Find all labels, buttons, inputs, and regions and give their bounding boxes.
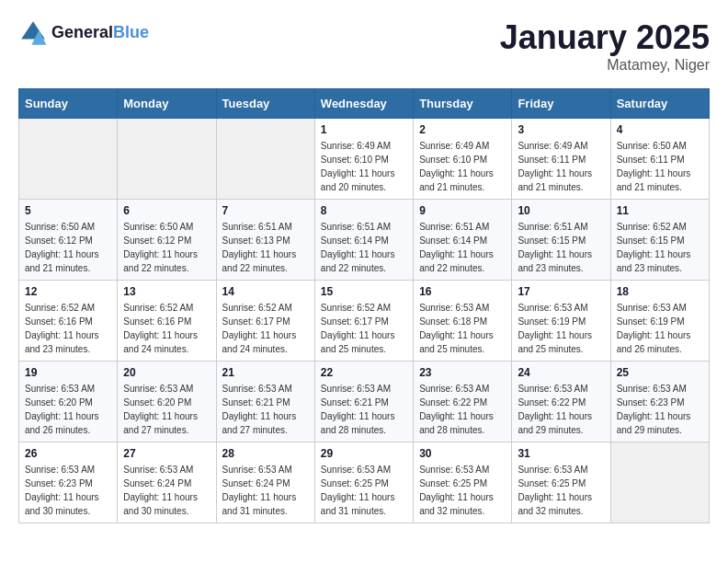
calendar-cell: 2Sunrise: 6:49 AM Sunset: 6:10 PM Daylig… [414, 119, 512, 200]
calendar-cell: 30Sunrise: 6:53 AM Sunset: 6:25 PM Dayli… [414, 442, 512, 523]
calendar-cell: 7Sunrise: 6:51 AM Sunset: 6:13 PM Daylig… [216, 200, 314, 281]
location: Matamey, Niger [500, 57, 710, 74]
logo: GeneralBlue [18, 18, 149, 48]
day-number: 18 [617, 285, 703, 298]
weekday-header: Wednesday [314, 89, 413, 119]
day-info: Sunrise: 6:51 AM Sunset: 6:14 PM Dayligh… [321, 220, 407, 275]
day-info: Sunrise: 6:53 AM Sunset: 6:25 PM Dayligh… [419, 463, 506, 518]
page-header: GeneralBlue January 2025 Matamey, Niger [18, 18, 710, 74]
day-info: Sunrise: 6:52 AM Sunset: 6:17 PM Dayligh… [321, 301, 407, 356]
calendar-cell: 25Sunrise: 6:53 AM Sunset: 6:23 PM Dayli… [610, 362, 709, 442]
calendar-cell: 5Sunrise: 6:50 AM Sunset: 6:12 PM Daylig… [19, 200, 118, 281]
calendar-cell [19, 119, 118, 200]
calendar-cell: 13Sunrise: 6:52 AM Sunset: 6:16 PM Dayli… [118, 281, 216, 362]
calendar-cell: 31Sunrise: 6:53 AM Sunset: 6:25 PM Dayli… [512, 442, 610, 523]
calendar-cell: 8Sunrise: 6:51 AM Sunset: 6:14 PM Daylig… [314, 200, 413, 281]
day-number: 19 [25, 366, 111, 379]
calendar-cell: 22Sunrise: 6:53 AM Sunset: 6:21 PM Dayli… [314, 362, 413, 442]
calendar-week-row: 5Sunrise: 6:50 AM Sunset: 6:12 PM Daylig… [19, 200, 710, 281]
calendar-cell: 21Sunrise: 6:53 AM Sunset: 6:21 PM Dayli… [216, 362, 314, 442]
day-info: Sunrise: 6:53 AM Sunset: 6:20 PM Dayligh… [123, 382, 210, 437]
day-number: 12 [25, 285, 111, 298]
day-number: 4 [617, 123, 703, 136]
day-number: 31 [518, 447, 604, 460]
weekday-header-row: SundayMondayTuesdayWednesdayThursdayFrid… [19, 89, 710, 119]
calendar-cell [216, 119, 314, 200]
calendar-cell: 27Sunrise: 6:53 AM Sunset: 6:24 PM Dayli… [118, 442, 216, 523]
day-info: Sunrise: 6:50 AM Sunset: 6:11 PM Dayligh… [617, 139, 703, 194]
day-info: Sunrise: 6:53 AM Sunset: 6:23 PM Dayligh… [617, 382, 703, 437]
weekday-header: Tuesday [216, 89, 314, 119]
logo-text: GeneralBlue [51, 24, 149, 42]
day-number: 10 [518, 204, 604, 217]
day-info: Sunrise: 6:49 AM Sunset: 6:10 PM Dayligh… [321, 139, 407, 194]
day-info: Sunrise: 6:53 AM Sunset: 6:19 PM Dayligh… [518, 301, 604, 356]
day-number: 7 [222, 204, 309, 217]
calendar-cell: 10Sunrise: 6:51 AM Sunset: 6:15 PM Dayli… [512, 200, 610, 281]
day-info: Sunrise: 6:53 AM Sunset: 6:24 PM Dayligh… [222, 463, 309, 518]
weekday-header: Thursday [414, 89, 512, 119]
day-info: Sunrise: 6:53 AM Sunset: 6:22 PM Dayligh… [419, 382, 506, 437]
day-info: Sunrise: 6:52 AM Sunset: 6:15 PM Dayligh… [617, 220, 703, 275]
day-info: Sunrise: 6:51 AM Sunset: 6:14 PM Dayligh… [419, 220, 506, 275]
day-number: 24 [518, 366, 604, 379]
calendar-cell: 17Sunrise: 6:53 AM Sunset: 6:19 PM Dayli… [512, 281, 610, 362]
day-info: Sunrise: 6:53 AM Sunset: 6:21 PM Dayligh… [321, 382, 407, 437]
day-info: Sunrise: 6:53 AM Sunset: 6:21 PM Dayligh… [222, 382, 309, 437]
calendar-week-row: 26Sunrise: 6:53 AM Sunset: 6:23 PM Dayli… [19, 442, 710, 523]
day-number: 17 [518, 285, 604, 298]
day-info: Sunrise: 6:49 AM Sunset: 6:10 PM Dayligh… [419, 139, 506, 194]
calendar-table: SundayMondayTuesdayWednesdayThursdayFrid… [18, 88, 710, 523]
day-info: Sunrise: 6:53 AM Sunset: 6:22 PM Dayligh… [518, 382, 604, 437]
calendar-cell: 29Sunrise: 6:53 AM Sunset: 6:25 PM Dayli… [314, 442, 413, 523]
calendar-cell: 18Sunrise: 6:53 AM Sunset: 6:19 PM Dayli… [610, 281, 709, 362]
calendar-cell: 16Sunrise: 6:53 AM Sunset: 6:18 PM Dayli… [414, 281, 512, 362]
weekday-header: Friday [512, 89, 610, 119]
day-number: 29 [321, 447, 407, 460]
logo-icon [18, 18, 48, 48]
day-number: 5 [25, 204, 111, 217]
calendar-cell [610, 442, 709, 523]
calendar-cell: 1Sunrise: 6:49 AM Sunset: 6:10 PM Daylig… [314, 119, 413, 200]
day-info: Sunrise: 6:53 AM Sunset: 6:25 PM Dayligh… [518, 463, 604, 518]
day-number: 1 [321, 123, 407, 136]
calendar-cell: 14Sunrise: 6:52 AM Sunset: 6:17 PM Dayli… [216, 281, 314, 362]
day-number: 3 [518, 123, 604, 136]
calendar-cell [118, 119, 216, 200]
day-info: Sunrise: 6:49 AM Sunset: 6:11 PM Dayligh… [518, 139, 604, 194]
day-number: 6 [123, 204, 210, 217]
day-number: 8 [321, 204, 407, 217]
calendar-cell: 19Sunrise: 6:53 AM Sunset: 6:20 PM Dayli… [19, 362, 118, 442]
day-number: 16 [419, 285, 506, 298]
calendar-cell: 28Sunrise: 6:53 AM Sunset: 6:24 PM Dayli… [216, 442, 314, 523]
day-number: 13 [123, 285, 210, 298]
day-info: Sunrise: 6:50 AM Sunset: 6:12 PM Dayligh… [123, 220, 210, 275]
weekday-header: Sunday [19, 89, 118, 119]
day-info: Sunrise: 6:53 AM Sunset: 6:24 PM Dayligh… [123, 463, 210, 518]
calendar-cell: 11Sunrise: 6:52 AM Sunset: 6:15 PM Dayli… [610, 200, 709, 281]
weekday-header: Monday [118, 89, 216, 119]
day-number: 30 [419, 447, 506, 460]
day-info: Sunrise: 6:50 AM Sunset: 6:12 PM Dayligh… [25, 220, 111, 275]
title-block: January 2025 Matamey, Niger [500, 18, 710, 74]
calendar-cell: 24Sunrise: 6:53 AM Sunset: 6:22 PM Dayli… [512, 362, 610, 442]
day-info: Sunrise: 6:52 AM Sunset: 6:16 PM Dayligh… [25, 301, 111, 356]
day-info: Sunrise: 6:53 AM Sunset: 6:19 PM Dayligh… [617, 301, 703, 356]
day-info: Sunrise: 6:53 AM Sunset: 6:25 PM Dayligh… [321, 463, 407, 518]
day-info: Sunrise: 6:52 AM Sunset: 6:16 PM Dayligh… [123, 301, 210, 356]
calendar-cell: 20Sunrise: 6:53 AM Sunset: 6:20 PM Dayli… [118, 362, 216, 442]
calendar-week-row: 1Sunrise: 6:49 AM Sunset: 6:10 PM Daylig… [19, 119, 710, 200]
calendar-week-row: 19Sunrise: 6:53 AM Sunset: 6:20 PM Dayli… [19, 362, 710, 442]
day-info: Sunrise: 6:52 AM Sunset: 6:17 PM Dayligh… [222, 301, 309, 356]
calendar-cell: 15Sunrise: 6:52 AM Sunset: 6:17 PM Dayli… [314, 281, 413, 362]
day-number: 9 [419, 204, 506, 217]
day-number: 20 [123, 366, 210, 379]
calendar-cell: 12Sunrise: 6:52 AM Sunset: 6:16 PM Dayli… [19, 281, 118, 362]
calendar-cell: 4Sunrise: 6:50 AM Sunset: 6:11 PM Daylig… [610, 119, 709, 200]
weekday-header: Saturday [610, 89, 709, 119]
calendar-cell: 6Sunrise: 6:50 AM Sunset: 6:12 PM Daylig… [118, 200, 216, 281]
calendar-cell: 3Sunrise: 6:49 AM Sunset: 6:11 PM Daylig… [512, 119, 610, 200]
day-info: Sunrise: 6:51 AM Sunset: 6:15 PM Dayligh… [518, 220, 604, 275]
day-number: 21 [222, 366, 309, 379]
day-info: Sunrise: 6:51 AM Sunset: 6:13 PM Dayligh… [222, 220, 309, 275]
